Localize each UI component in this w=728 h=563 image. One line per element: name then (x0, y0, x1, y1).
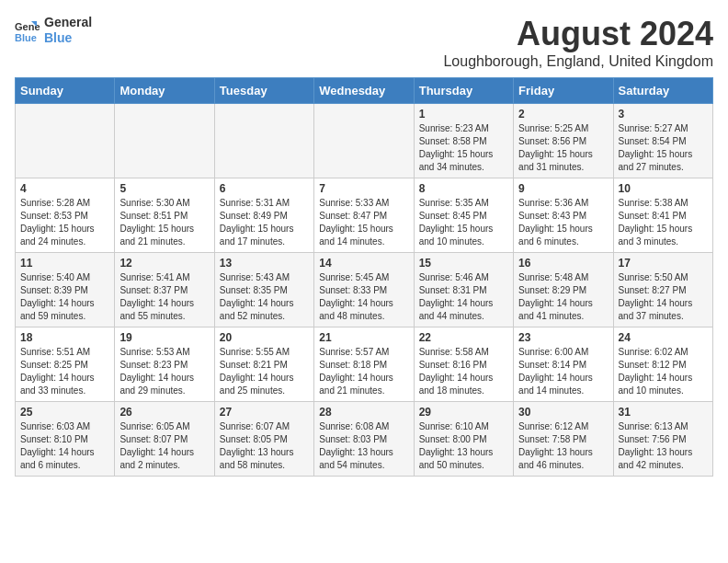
calendar-cell: 1Sunrise: 5:23 AM Sunset: 8:58 PM Daylig… (414, 104, 513, 178)
day-info: Sunrise: 6:13 AM Sunset: 7:56 PM Dayligh… (619, 420, 708, 472)
day-number: 21 (319, 331, 408, 344)
calendar-cell: 10Sunrise: 5:38 AM Sunset: 8:41 PM Dayli… (613, 178, 712, 253)
title-block: August 2024 Loughborough, England, Unite… (443, 15, 713, 70)
day-number: 25 (20, 406, 109, 419)
calendar-cell: 30Sunrise: 6:12 AM Sunset: 7:58 PM Dayli… (514, 402, 613, 477)
calendar-week-row: 4Sunrise: 5:28 AM Sunset: 8:53 PM Daylig… (16, 178, 713, 253)
day-number: 7 (319, 182, 408, 195)
day-number: 31 (619, 406, 708, 419)
calendar-cell: 27Sunrise: 6:07 AM Sunset: 8:05 PM Dayli… (214, 402, 313, 477)
calendar-cell: 20Sunrise: 5:55 AM Sunset: 8:21 PM Dayli… (214, 327, 313, 402)
day-info: Sunrise: 5:51 AM Sunset: 8:25 PM Dayligh… (20, 346, 109, 397)
calendar-cell: 22Sunrise: 5:58 AM Sunset: 8:16 PM Dayli… (414, 327, 513, 402)
calendar-cell (214, 104, 313, 178)
calendar-cell: 26Sunrise: 6:05 AM Sunset: 8:07 PM Dayli… (115, 402, 214, 477)
day-info: Sunrise: 5:53 AM Sunset: 8:23 PM Dayligh… (119, 346, 209, 397)
day-number: 5 (119, 182, 209, 195)
calendar-cell: 2Sunrise: 5:25 AM Sunset: 8:56 PM Daylig… (514, 104, 613, 178)
calendar-cell: 7Sunrise: 5:33 AM Sunset: 8:47 PM Daylig… (314, 178, 414, 253)
calendar-week-row: 18Sunrise: 5:51 AM Sunset: 8:25 PM Dayli… (16, 327, 713, 402)
day-header-monday: Monday (115, 78, 214, 104)
calendar-cell: 16Sunrise: 5:48 AM Sunset: 8:29 PM Dayli… (514, 253, 613, 327)
calendar-table: SundayMondayTuesdayWednesdayThursdayFrid… (15, 77, 713, 477)
calendar-cell: 23Sunrise: 6:00 AM Sunset: 8:14 PM Dayli… (514, 327, 613, 402)
day-info: Sunrise: 5:55 AM Sunset: 8:21 PM Dayligh… (220, 346, 309, 397)
calendar-cell: 9Sunrise: 5:36 AM Sunset: 8:43 PM Daylig… (514, 178, 613, 253)
day-number: 24 (619, 331, 708, 344)
svg-text:Blue: Blue (15, 32, 37, 43)
day-header-thursday: Thursday (414, 78, 513, 104)
day-number: 10 (619, 182, 708, 195)
day-info: Sunrise: 5:30 AM Sunset: 8:51 PM Dayligh… (119, 197, 209, 248)
calendar-cell (16, 104, 115, 178)
calendar-cell (115, 104, 214, 178)
day-header-friday: Friday (514, 78, 613, 104)
day-number: 17 (619, 257, 708, 270)
day-number: 8 (419, 182, 508, 195)
calendar-cell: 8Sunrise: 5:35 AM Sunset: 8:45 PM Daylig… (414, 178, 513, 253)
calendar-cell: 29Sunrise: 6:10 AM Sunset: 8:00 PM Dayli… (414, 402, 513, 477)
day-number: 18 (20, 331, 109, 344)
day-header-saturday: Saturday (613, 78, 712, 104)
day-number: 3 (619, 108, 708, 121)
calendar-cell: 5Sunrise: 5:30 AM Sunset: 8:51 PM Daylig… (115, 178, 214, 253)
location-subtitle: Loughborough, England, United Kingdom (443, 53, 713, 70)
day-header-sunday: Sunday (16, 78, 115, 104)
day-number: 9 (518, 182, 608, 195)
calendar-cell: 4Sunrise: 5:28 AM Sunset: 8:53 PM Daylig… (16, 178, 115, 253)
day-number: 22 (419, 331, 508, 344)
logo-icon: General Blue (15, 17, 40, 43)
calendar-cell: 14Sunrise: 5:45 AM Sunset: 8:33 PM Dayli… (314, 253, 414, 327)
calendar-cell: 11Sunrise: 5:40 AM Sunset: 8:39 PM Dayli… (16, 253, 115, 327)
day-number: 29 (419, 406, 508, 419)
day-header-wednesday: Wednesday (314, 78, 414, 104)
calendar-cell: 12Sunrise: 5:41 AM Sunset: 8:37 PM Dayli… (115, 253, 214, 327)
day-info: Sunrise: 5:25 AM Sunset: 8:56 PM Dayligh… (518, 122, 608, 174)
page-header: General Blue General Blue August 2024 Lo… (15, 15, 713, 70)
day-info: Sunrise: 5:33 AM Sunset: 8:47 PM Dayligh… (319, 197, 408, 248)
calendar-cell: 19Sunrise: 5:53 AM Sunset: 8:23 PM Dayli… (115, 327, 214, 402)
logo-text-line1: General (44, 15, 92, 30)
day-number: 15 (419, 257, 508, 270)
day-header-tuesday: Tuesday (214, 78, 313, 104)
day-info: Sunrise: 5:23 AM Sunset: 8:58 PM Dayligh… (419, 122, 508, 174)
day-number: 19 (119, 331, 209, 344)
day-info: Sunrise: 6:08 AM Sunset: 8:03 PM Dayligh… (319, 420, 408, 472)
calendar-week-row: 25Sunrise: 6:03 AM Sunset: 8:10 PM Dayli… (16, 402, 713, 477)
day-info: Sunrise: 6:10 AM Sunset: 8:00 PM Dayligh… (419, 420, 508, 472)
calendar-cell: 21Sunrise: 5:57 AM Sunset: 8:18 PM Dayli… (314, 327, 414, 402)
day-number: 11 (20, 257, 109, 270)
day-info: Sunrise: 5:27 AM Sunset: 8:54 PM Dayligh… (619, 122, 708, 174)
calendar-header-row: SundayMondayTuesdayWednesdayThursdayFrid… (16, 78, 713, 104)
day-info: Sunrise: 6:00 AM Sunset: 8:14 PM Dayligh… (518, 346, 608, 397)
day-number: 4 (20, 182, 109, 195)
calendar-cell: 15Sunrise: 5:46 AM Sunset: 8:31 PM Dayli… (414, 253, 513, 327)
calendar-cell: 25Sunrise: 6:03 AM Sunset: 8:10 PM Dayli… (16, 402, 115, 477)
day-info: Sunrise: 6:03 AM Sunset: 8:10 PM Dayligh… (20, 420, 109, 472)
day-info: Sunrise: 5:46 AM Sunset: 8:31 PM Dayligh… (419, 271, 508, 323)
day-number: 2 (518, 108, 608, 121)
calendar-cell: 28Sunrise: 6:08 AM Sunset: 8:03 PM Dayli… (314, 402, 414, 477)
calendar-week-row: 11Sunrise: 5:40 AM Sunset: 8:39 PM Dayli… (16, 253, 713, 327)
day-info: Sunrise: 5:50 AM Sunset: 8:27 PM Dayligh… (619, 271, 708, 323)
day-info: Sunrise: 6:12 AM Sunset: 7:58 PM Dayligh… (518, 420, 608, 472)
day-info: Sunrise: 5:35 AM Sunset: 8:45 PM Dayligh… (419, 197, 508, 248)
day-number: 28 (319, 406, 408, 419)
day-number: 1 (419, 108, 508, 121)
day-number: 26 (119, 406, 209, 419)
day-info: Sunrise: 5:41 AM Sunset: 8:37 PM Dayligh… (119, 271, 209, 323)
logo-text-line2: Blue (44, 30, 92, 46)
day-info: Sunrise: 5:58 AM Sunset: 8:16 PM Dayligh… (419, 346, 508, 397)
calendar-cell: 6Sunrise: 5:31 AM Sunset: 8:49 PM Daylig… (214, 178, 313, 253)
day-info: Sunrise: 5:45 AM Sunset: 8:33 PM Dayligh… (319, 271, 408, 323)
day-number: 23 (518, 331, 608, 344)
day-info: Sunrise: 5:38 AM Sunset: 8:41 PM Dayligh… (619, 197, 708, 248)
month-year-title: August 2024 (443, 15, 713, 53)
day-info: Sunrise: 5:43 AM Sunset: 8:35 PM Dayligh… (220, 271, 309, 323)
day-number: 13 (220, 257, 309, 270)
day-info: Sunrise: 5:31 AM Sunset: 8:49 PM Dayligh… (220, 197, 309, 248)
day-number: 14 (319, 257, 408, 270)
day-number: 6 (220, 182, 309, 195)
day-info: Sunrise: 5:57 AM Sunset: 8:18 PM Dayligh… (319, 346, 408, 397)
day-info: Sunrise: 5:48 AM Sunset: 8:29 PM Dayligh… (518, 271, 608, 323)
